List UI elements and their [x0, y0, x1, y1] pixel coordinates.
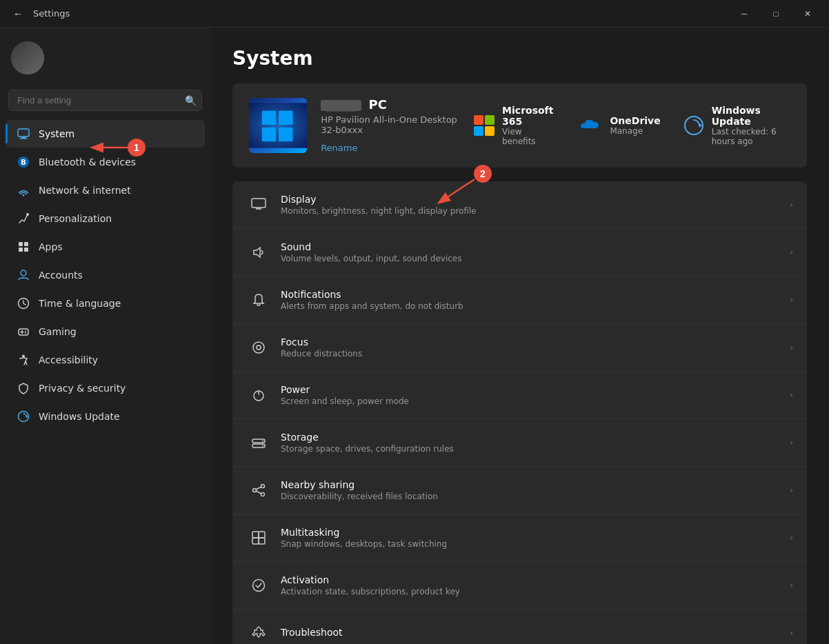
ms365-icon — [473, 113, 495, 138]
sidebar-item-label-time: Time & language — [39, 298, 194, 309]
sidebar-item-network[interactable]: Network & internet — [6, 177, 205, 204]
sidebar-item-system[interactable]: System — [6, 120, 205, 148]
system-thumbnail — [249, 98, 307, 153]
svg-rect-0 — [18, 129, 29, 137]
svg-rect-28 — [474, 126, 483, 136]
personalization-icon — [17, 212, 30, 225]
svg-point-43 — [253, 489, 257, 492]
display-text: Display Monitors, brightness, night ligh… — [281, 194, 790, 216]
minimize-button[interactable]: ─ — [728, 3, 760, 25]
onedrive-quick-action[interactable]: OneDrive Manage — [578, 105, 660, 146]
sidebar-item-label-personalization: Personalization — [39, 213, 194, 224]
system-info-right: Microsoft 365 View benefits OneDrive Man… — [473, 105, 790, 146]
svg-point-17 — [25, 332, 26, 334]
sidebar-item-label-apps: Apps — [39, 241, 194, 252]
chevron-icon: › — [790, 390, 793, 400]
storage-text: Storage Storage space, drives, configura… — [281, 432, 790, 454]
svg-rect-9 — [19, 248, 23, 252]
close-button[interactable]: ✕ — [792, 3, 823, 25]
sound-icon — [246, 240, 271, 265]
svg-rect-29 — [485, 126, 495, 136]
pc-model: HP Pavilion All-in-One Desktop 32-b0xxx — [321, 114, 473, 135]
settings-item-troubleshoot[interactable]: Troubleshoot › — [232, 610, 807, 644]
sidebar-item-update[interactable]: Windows Update — [6, 403, 205, 430]
svg-point-45 — [261, 493, 265, 496]
settings-item-storage[interactable]: Storage Storage space, drives, configura… — [232, 419, 807, 467]
onedrive-icon — [578, 113, 603, 138]
sidebar-item-label-gaming: Gaming — [39, 326, 194, 337]
sidebar-item-gaming[interactable]: Gaming — [6, 318, 205, 345]
settings-item-focus[interactable]: Focus Reduce distractions › — [232, 324, 807, 372]
winupdate-quick-action[interactable]: Windows Update Last checked: 6 hours ago — [683, 105, 790, 146]
system-icon — [17, 127, 30, 141]
sidebar-item-accessibility[interactable]: Accessibility — [6, 346, 205, 374]
svg-text:B: B — [21, 159, 26, 166]
svg-rect-32 — [252, 199, 266, 208]
svg-rect-50 — [252, 538, 259, 544]
svg-line-47 — [256, 491, 261, 494]
sidebar-item-time[interactable]: Time & language — [6, 290, 205, 317]
chevron-icon: › — [790, 581, 793, 590]
notifications-text: Notifications Alerts from apps and syste… — [281, 289, 790, 311]
gaming-icon — [17, 325, 30, 339]
svg-point-5 — [23, 194, 25, 197]
maximize-button[interactable]: □ — [760, 3, 792, 25]
chevron-icon: › — [790, 248, 793, 257]
ms365-quick-action[interactable]: Microsoft 365 View benefits — [473, 105, 556, 146]
svg-point-52 — [253, 580, 265, 592]
troubleshoot-icon — [246, 621, 271, 644]
settings-item-notifications[interactable]: Notifications Alerts from apps and syste… — [232, 276, 807, 324]
chevron-icon: › — [790, 438, 793, 447]
settings-item-sound[interactable]: Sound Volume levels, output, input, soun… — [232, 229, 807, 276]
sidebar-nav: System B Bluetooth & devices — [0, 119, 210, 431]
svg-rect-7 — [19, 242, 23, 246]
sidebar-item-label-privacy: Privacy & security — [39, 383, 194, 394]
sidebar-item-privacy[interactable]: Privacy & security — [6, 374, 205, 402]
svg-point-41 — [262, 441, 263, 442]
multitasking-text: Multitasking Snap windows, desktops, tas… — [281, 527, 790, 549]
search-input[interactable] — [8, 90, 202, 111]
titlebar-title: Settings — [33, 8, 70, 19]
titlebar-controls: ─ □ ✕ — [728, 3, 823, 25]
svg-rect-21 — [249, 103, 307, 148]
sidebar-item-label-network: Network & internet — [39, 185, 194, 196]
rename-link[interactable]: Rename — [321, 143, 357, 153]
sidebar-item-label-system: System — [39, 128, 194, 139]
settings-item-power[interactable]: Power Screen and sleep, power mode › — [232, 372, 807, 419]
chevron-icon: › — [790, 295, 793, 305]
winupdate-text: Windows Update Last checked: 6 hours ago — [712, 105, 790, 146]
sidebar-item-label-bluetooth: Bluetooth & devices — [39, 157, 194, 168]
sidebar-item-personalization[interactable]: Personalization — [6, 205, 205, 232]
svg-rect-2 — [19, 139, 28, 139]
accessibility-icon — [17, 353, 30, 367]
settings-item-multitasking[interactable]: Multitasking Snap windows, desktops, tas… — [232, 514, 807, 562]
accounts-icon — [17, 268, 30, 282]
onedrive-text: OneDrive Manage — [610, 115, 660, 136]
sidebar-item-accounts[interactable]: Accounts — [6, 261, 205, 289]
svg-rect-48 — [252, 532, 259, 538]
page-title: System — [232, 47, 807, 70]
search-icon[interactable]: 🔍 — [185, 95, 197, 106]
settings-item-activation[interactable]: Activation Activation state, subscriptio… — [232, 562, 807, 610]
sidebar-item-label-accessibility: Accessibility — [39, 354, 194, 365]
system-info-card: ████ PC HP Pavilion All-in-One Desktop 3… — [232, 83, 807, 168]
update-icon — [17, 410, 30, 423]
back-button[interactable]: ← — [8, 4, 28, 23]
svg-rect-23 — [279, 111, 293, 125]
svg-marker-20 — [26, 415, 28, 418]
settings-item-nearby-sharing[interactable]: Nearby sharing Discoverability, received… — [232, 467, 807, 514]
settings-item-display[interactable]: Display Monitors, brightness, night ligh… — [232, 181, 807, 229]
activation-icon — [246, 573, 271, 598]
svg-marker-31 — [699, 123, 702, 128]
svg-point-36 — [257, 345, 261, 350]
sidebar-item-apps[interactable]: Apps — [6, 233, 205, 261]
svg-rect-26 — [474, 115, 483, 125]
network-icon — [17, 183, 30, 197]
notifications-icon — [246, 288, 271, 312]
focus-text: Focus Reduce distractions — [281, 336, 790, 359]
sidebar-item-bluetooth[interactable]: B Bluetooth & devices — [6, 148, 205, 176]
svg-rect-24 — [262, 128, 277, 142]
chevron-icon: › — [790, 485, 793, 495]
sidebar-search-container: 🔍 — [0, 85, 210, 119]
svg-point-42 — [262, 445, 263, 447]
